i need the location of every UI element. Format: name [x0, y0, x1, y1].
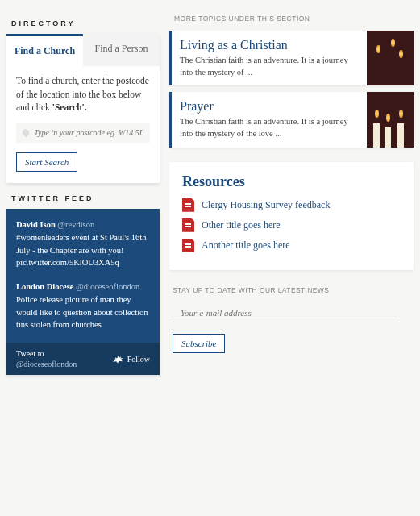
twitter-bird-icon [113, 355, 123, 364]
topic-card[interactable]: Living as a Christian The Christian fait… [169, 31, 414, 85]
postcode-input-wrap[interactable] [16, 123, 150, 143]
twitter-label: TWITTER FEED [11, 194, 160, 202]
pdf-icon [182, 239, 194, 252]
topic-desc: The Christian faith is an adventure. It … [180, 55, 359, 78]
resource-link[interactable]: Another title goes here [182, 239, 401, 252]
topic-card[interactable]: Prayer The Christian faith is an adventu… [169, 92, 414, 147]
directory-intro: To find a church, enter the postcode of … [16, 74, 150, 114]
topic-title: Living as a Christian [180, 38, 359, 52]
location-pin-icon [21, 127, 31, 137]
start-search-button[interactable]: Start Search [16, 152, 77, 172]
resources-card: Resources Clergy Housing Survey feedback… [169, 162, 414, 270]
resource-link[interactable]: Clergy Housing Survey feedback [182, 198, 401, 212]
postcode-input[interactable] [34, 128, 143, 137]
tab-find-person[interactable]: Find a Person [83, 34, 160, 66]
subscribe-button[interactable]: Subscribe [173, 334, 225, 353]
topics-header: MORE TOPICS UNDER THIS SECTION [174, 15, 414, 23]
newsletter-header: STAY UP TO DATE WITH OUR LATEST NEWS [173, 286, 410, 294]
pdf-icon [182, 218, 194, 232]
directory-label: DIRECTORY [11, 19, 160, 27]
topic-desc: The Christian faith is an adventure. It … [180, 116, 359, 139]
tweet[interactable]: David Ison @revdison #womenleaders event… [16, 218, 150, 269]
twitter-feed: David Ison @revdison #womenleaders event… [6, 209, 160, 375]
newsletter: STAY UP TO DATE WITH OUR LATEST NEWS Sub… [169, 286, 414, 353]
twitter-bar: Tweet to@dioceseoflondon Follow [6, 343, 160, 375]
tab-find-church[interactable]: Find a Church [6, 34, 83, 66]
follow-button[interactable]: Follow [113, 355, 150, 364]
resources-title: Resources [182, 173, 401, 190]
resource-link[interactable]: Other title goes here [182, 218, 401, 232]
tweet[interactable]: London Diocese @dioceseoflondon Police r… [16, 281, 150, 331]
directory-tabs: Find a Church Find a Person [6, 34, 160, 66]
pdf-icon [182, 198, 194, 212]
topic-thumbnail [367, 31, 414, 85]
directory-card: Find a Church Find a Person To find a ch… [6, 34, 160, 183]
email-input[interactable] [173, 304, 398, 322]
topic-title: Prayer [180, 99, 359, 114]
tweet-to-link[interactable]: Tweet to@dioceseoflondon [16, 348, 77, 369]
topic-thumbnail [367, 92, 414, 147]
